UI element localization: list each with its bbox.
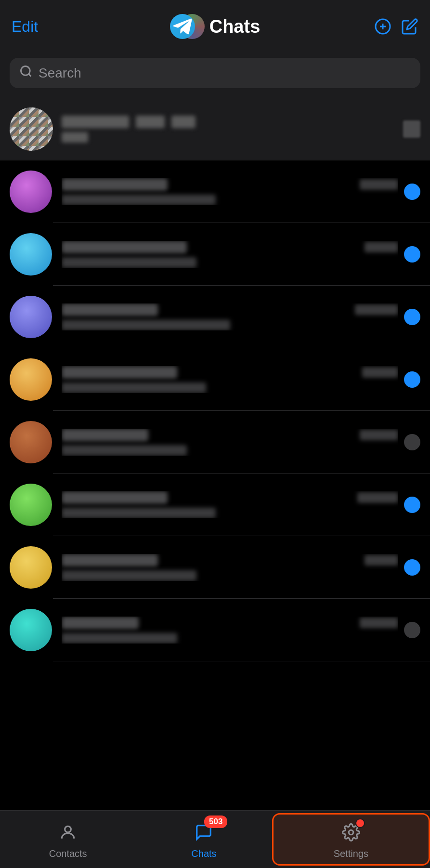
compose-button[interactable] [401,18,418,35]
chat-avatar [10,233,52,276]
chat-name [62,366,177,379]
chat-message [62,570,196,581]
unread-badge [404,497,420,513]
chat-content [62,303,398,330]
telegram-logo-primary [170,14,195,39]
chat-content [62,617,398,644]
chat-top-row [62,429,398,441]
tab-chats[interactable]: 503 Chats [136,819,272,859]
contacts-icon-wrap [55,819,81,845]
chat-time [360,179,398,190]
chat-right [404,559,420,576]
chat-list [0,160,430,661]
chat-name [62,178,168,191]
chat-message [62,382,206,393]
chat-item[interactable] [0,599,430,661]
chat-avatar [10,296,52,338]
svg-point-3 [21,66,30,76]
chat-right [404,246,420,263]
chat-avatar [10,546,52,589]
chat-message [62,508,216,518]
chat-name [62,241,187,253]
first-chat-avatar [10,107,53,151]
chat-top-row [62,366,398,379]
header: Edit Chats [0,0,430,53]
new-chat-icon [374,18,391,35]
chat-top-row [62,303,398,316]
new-group-button[interactable] [374,18,391,35]
svg-point-6 [349,830,353,835]
search-bar[interactable]: Search [10,58,420,88]
chat-name [62,554,158,566]
chat-top-row [62,617,398,629]
chat-time [355,304,398,315]
chat-avatar [10,358,52,401]
chat-top-row [62,178,398,191]
search-bar-section: Search [0,53,430,98]
settings-badge [355,818,365,828]
chat-avatar [10,421,52,463]
chat-right [404,622,420,638]
chat-name [62,429,148,441]
chat-content [62,366,398,393]
first-chat-info [62,116,403,143]
tab-contacts[interactable]: Contacts [0,819,136,859]
chats-unread-badge: 503 [204,815,227,828]
chat-content [62,554,398,581]
header-right [317,18,418,35]
chat-top-row [62,554,398,566]
chat-item[interactable] [0,473,430,536]
first-chat-time [136,116,165,128]
settings-icon-wrap [338,819,364,845]
chat-time [365,555,398,566]
tab-settings[interactable]: Settings [272,813,430,866]
chat-name [62,491,168,504]
chat-item[interactable] [0,223,430,286]
first-chat-badge [403,120,420,138]
first-chat-name-row [62,116,403,128]
chat-time [365,242,398,252]
unread-badge [404,309,420,325]
chat-time [362,367,398,378]
chat-item[interactable] [0,286,430,348]
chats-label: Chats [191,848,216,859]
chat-content [62,241,398,268]
tab-bar: Contacts 503 Chats Settings [0,810,430,868]
header-left: Edit [12,18,113,36]
unread-badge [404,246,420,263]
chat-item[interactable] [0,411,430,473]
chat-right [404,434,420,450]
chat-content [62,429,398,456]
chat-right [404,497,420,513]
search-placeholder: Search [39,66,81,81]
unread-badge [404,622,420,638]
page-title: Chats [209,16,261,37]
chat-name [62,303,158,316]
svg-point-5 [65,826,71,832]
chat-item[interactable] [0,348,430,411]
unread-badge [404,559,420,576]
chat-message [62,257,196,268]
chat-item[interactable] [0,160,430,223]
chat-message [62,320,230,330]
first-chat-name [62,116,129,128]
compose-icon [401,18,418,35]
settings-label: Settings [334,848,368,859]
telegram-icon [170,14,195,39]
svg-line-4 [28,74,31,76]
chat-message [62,445,187,456]
edit-button[interactable]: Edit [12,18,38,36]
chat-time [360,430,398,440]
chat-avatar [10,609,52,651]
search-icon [19,65,33,81]
chat-right [404,184,420,200]
first-chat-extra [171,116,195,128]
first-chat-item[interactable] [0,98,430,160]
chat-right [404,371,420,388]
chat-item[interactable] [0,536,430,599]
chat-message [62,195,216,205]
chat-right [404,309,420,325]
unread-badge [404,184,420,200]
chat-content [62,491,398,518]
chat-top-row [62,491,398,504]
